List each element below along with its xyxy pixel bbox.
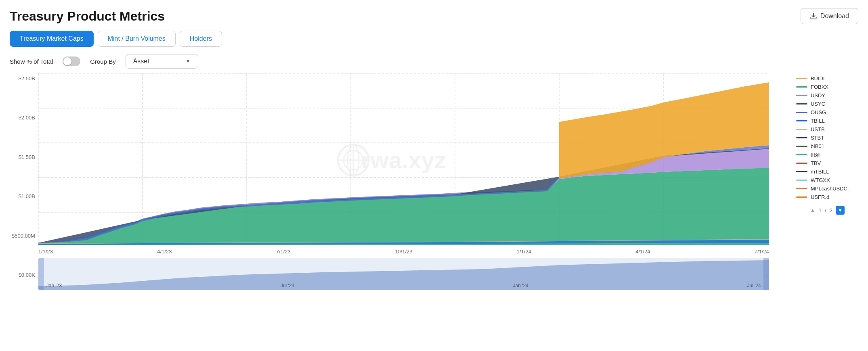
y-label-200: $2.00B xyxy=(10,115,38,121)
y-label-100: $1.00B xyxy=(10,193,38,199)
legend-color-ousg xyxy=(796,112,807,113)
legend-page-total: 2 xyxy=(830,207,832,213)
legend-label-tfbill: tfBill xyxy=(811,152,821,158)
legend: BUIDL FOBXX USDY USYC OUSG TBILL xyxy=(790,73,858,290)
x-label-1124: 1/1/24 xyxy=(517,249,531,255)
show-pct-toggle[interactable] xyxy=(63,56,80,66)
y-label-500m: $500.00M xyxy=(10,233,38,239)
legend-label-fobxx: FOBXX xyxy=(811,84,828,90)
group-by-dropdown[interactable]: Asset ▼ xyxy=(126,54,198,69)
chart-container: rwa.xyz 1/1/23 4/1/23 7/1/23 10/1/23 1/1… xyxy=(38,73,790,290)
legend-item-tbv: TBV xyxy=(796,160,858,166)
x-label-10123: 10/1/23 xyxy=(395,249,412,255)
legend-item-usdy: USDY xyxy=(796,92,858,98)
legend-color-bib01 xyxy=(796,146,807,147)
mini-x-label-jan24: Jan '24 xyxy=(513,283,528,288)
legend-color-ustb xyxy=(796,129,807,130)
legend-color-buidl xyxy=(796,78,807,79)
legend-item-usyc: USYC xyxy=(796,101,858,107)
legend-item-ustb: USTB xyxy=(796,126,858,132)
y-label-150: $1.50B xyxy=(10,154,38,160)
right-handle-icon: ⋮ xyxy=(764,272,768,276)
download-icon xyxy=(810,13,817,20)
x-label-1123: 1/1/23 xyxy=(38,249,53,255)
mini-x-label-jan23: Jan '23 xyxy=(46,283,62,288)
legend-page-current: 1 xyxy=(819,207,822,213)
legend-pagination: ▲ 1 / 2 ▼ xyxy=(796,206,858,215)
legend-label-usfrd: USFR.d xyxy=(811,194,829,200)
legend-page-sep: / xyxy=(825,207,826,213)
legend-label-mtbill: mTBILL xyxy=(811,169,829,175)
download-label: Download xyxy=(820,13,849,20)
legend-color-usdy xyxy=(796,95,807,96)
legend-item-tfbill: tfBill xyxy=(796,152,858,158)
y-label-0: $0.00K xyxy=(10,272,38,278)
x-label-7124: 7/1/24 xyxy=(755,249,769,255)
x-label-7123: 7/1/23 xyxy=(276,249,291,255)
x-axis: 1/1/23 4/1/23 7/1/23 10/1/23 1/1/24 4/1/… xyxy=(38,247,769,255)
legend-next-button[interactable]: ▼ xyxy=(836,206,845,215)
mini-x-labels: Jan '23 Jul '23 Jan '24 Jul '24 xyxy=(38,283,769,288)
group-by-label: Group By xyxy=(90,58,115,65)
legend-item-buidl: BUIDL xyxy=(796,75,858,81)
left-handle-icon: ⋮ xyxy=(39,272,43,276)
y-axis: $2.50B $2.00B $1.50B $1.00B $500.00M $0.… xyxy=(10,73,38,290)
x-label-4124: 4/1/24 xyxy=(635,249,650,255)
legend-label-stbt: STBT xyxy=(811,135,824,141)
mini-chart: ⋮ ⋮ Jan '23 Jul '23 Jan '24 Jul '24 xyxy=(38,258,769,290)
legend-color-mtbill xyxy=(796,171,807,172)
legend-label-ousg: OUSG xyxy=(811,109,826,115)
legend-item-mplcash: MPLcashUSDC. xyxy=(796,186,858,192)
legend-label-buidl: BUIDL xyxy=(811,75,826,81)
y-label-250: $2.50B xyxy=(10,75,38,81)
download-button[interactable]: Download xyxy=(801,8,858,24)
chevron-down-icon: ▼ xyxy=(186,58,191,64)
tabs-row: Treasury Market Caps Mint / Burn Volumes… xyxy=(10,31,858,47)
tab-mint-burn-volumes[interactable]: Mint / Burn Volumes xyxy=(98,31,176,47)
legend-item-mtbill: mTBILL xyxy=(796,169,858,175)
legend-label-tbill: TBILL xyxy=(811,118,825,124)
legend-label-bib01: bIB01 xyxy=(811,143,824,149)
legend-label-ustb: USTB xyxy=(811,126,825,132)
legend-color-stbt xyxy=(796,137,807,138)
area-fobxx xyxy=(38,168,769,245)
controls-row: Show % of Total Group By Asset ▼ xyxy=(10,54,858,69)
legend-color-fobxx xyxy=(796,86,807,88)
legend-item-fobxx: FOBXX xyxy=(796,84,858,90)
legend-color-tbill xyxy=(796,120,807,121)
show-pct-label: Show % of Total xyxy=(10,58,53,65)
legend-label-mplcash: MPLcashUSDC. xyxy=(811,186,849,192)
legend-label-tbv: TBV xyxy=(811,160,821,166)
legend-item-tbill: TBILL xyxy=(796,118,858,124)
legend-item-usfrd: USFR.d xyxy=(796,194,858,200)
watermark: rwa.xyz xyxy=(338,145,446,176)
page-title: Treasury Product Metrics xyxy=(10,9,165,24)
legend-color-tfbill xyxy=(796,154,807,155)
mini-x-label-jul23: Jul '23 xyxy=(281,283,294,288)
dropdown-value: Asset xyxy=(133,58,149,65)
legend-item-stbt: STBT xyxy=(796,135,858,141)
main-chart-svg: rwa.xyz xyxy=(38,73,769,247)
tab-treasury-market-caps[interactable]: Treasury Market Caps xyxy=(10,31,94,47)
legend-item-wtgxx: WTGXX xyxy=(796,177,858,183)
chart-area: $2.50B $2.00B $1.50B $1.00B $500.00M $0.… xyxy=(10,73,858,290)
mini-x-label-jul24: Jul '24 xyxy=(747,283,761,288)
legend-color-tbv xyxy=(796,163,807,164)
legend-color-mplcash xyxy=(796,188,807,189)
legend-color-wtgxx xyxy=(796,180,807,181)
legend-color-usfrd xyxy=(796,196,807,198)
x-label-4123: 4/1/23 xyxy=(157,249,172,255)
legend-item-ousg: OUSG xyxy=(796,109,858,115)
legend-color-usyc xyxy=(796,103,807,104)
legend-label-usyc: USYC xyxy=(811,101,825,107)
legend-label-wtgxx: WTGXX xyxy=(811,177,830,183)
toggle-knob xyxy=(63,57,71,65)
triangle-up-icon: ▲ xyxy=(810,207,816,213)
legend-item-bib01: bIB01 xyxy=(796,143,858,149)
legend-label-usdy: USDY xyxy=(811,92,825,98)
page: Treasury Product Metrics Download Treasu… xyxy=(0,0,868,351)
header-row: Treasury Product Metrics Download xyxy=(10,8,858,24)
tab-holders[interactable]: Holders xyxy=(180,31,222,47)
svg-text:rwa.xyz: rwa.xyz xyxy=(361,147,446,173)
